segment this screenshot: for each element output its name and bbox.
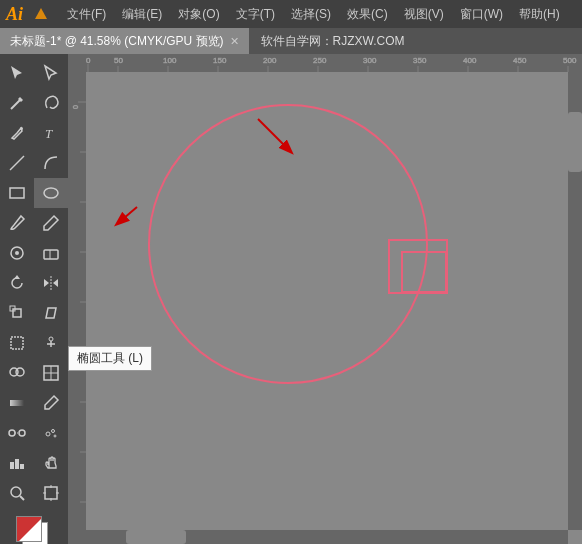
shear-tool[interactable] xyxy=(34,298,68,328)
tab-title: 未标题-1* @ 41.58% (CMYK/GPU 预览) xyxy=(10,33,224,50)
tool-group-blend xyxy=(0,418,68,448)
direct-select-tool[interactable] xyxy=(34,58,68,88)
type-tool[interactable]: T xyxy=(34,118,68,148)
select-tool[interactable] xyxy=(0,58,34,88)
tool-group-zoom xyxy=(0,478,68,508)
svg-text:0: 0 xyxy=(72,105,79,109)
blob-brush-tool[interactable] xyxy=(0,238,34,268)
arc-tool[interactable] xyxy=(34,148,68,178)
svg-text:T: T xyxy=(45,126,53,141)
svg-rect-62 xyxy=(68,72,86,544)
hand-tool[interactable] xyxy=(34,448,68,478)
puppet-warp-tool[interactable] xyxy=(34,328,68,358)
svg-rect-30 xyxy=(15,459,19,469)
svg-point-28 xyxy=(54,435,56,437)
paintbrush-tool[interactable] xyxy=(0,208,34,238)
scale-tool[interactable] xyxy=(0,298,34,328)
svg-rect-29 xyxy=(10,462,14,469)
blend-tool[interactable] xyxy=(0,418,34,448)
svg-marker-11 xyxy=(14,275,20,279)
menu-window[interactable]: 窗口(W) xyxy=(452,4,511,25)
pencil-tool[interactable] xyxy=(34,208,68,238)
tool-group-shape-builder xyxy=(0,358,68,388)
svg-line-1 xyxy=(11,100,20,109)
foreground-color-swatch[interactable] xyxy=(16,516,42,542)
tab-close-button[interactable]: ✕ xyxy=(230,35,239,48)
color-swatch-area xyxy=(12,514,56,544)
svg-text:300: 300 xyxy=(363,56,377,65)
lasso-tool[interactable] xyxy=(34,88,68,118)
svg-rect-13 xyxy=(13,309,21,317)
ruler-top: 0 50 100 150 200 250 300 350 400 450 500 xyxy=(68,54,582,72)
tool-group-graph xyxy=(0,448,68,478)
canvas-area[interactable]: 0 50 100 150 200 250 300 350 400 450 500 xyxy=(68,54,582,544)
gradient-tool[interactable] xyxy=(0,388,34,418)
menu-edit[interactable]: 编辑(E) xyxy=(114,4,170,25)
tool-group-transform xyxy=(0,268,68,298)
arrow-indicator-2 xyxy=(112,202,142,235)
svg-text:200: 200 xyxy=(263,56,277,65)
arrow-indicator-1 xyxy=(253,114,303,167)
scrollbar-bottom[interactable] xyxy=(86,530,568,544)
svg-text:100: 100 xyxy=(163,56,177,65)
svg-text:50: 50 xyxy=(114,56,123,65)
svg-text:450: 450 xyxy=(513,56,527,65)
eraser-tool[interactable] xyxy=(34,238,68,268)
zoom-tool[interactable] xyxy=(0,478,34,508)
symbol-sprayer-tool[interactable] xyxy=(34,418,68,448)
tool-group-scale xyxy=(0,298,68,328)
tool-group-shape: 椭圆工具 (L) xyxy=(0,178,68,208)
menu-type[interactable]: 文字(T) xyxy=(228,4,283,25)
svg-text:500: 500 xyxy=(563,56,577,65)
artboard-tool[interactable] xyxy=(34,478,68,508)
tool-group-brush xyxy=(0,208,68,238)
svg-text:150: 150 xyxy=(213,56,227,65)
shape-builder-tool[interactable] xyxy=(0,358,34,388)
ellipse-tool[interactable] xyxy=(34,178,68,208)
watermark-text: 软件自学网：RJZXW.COM xyxy=(261,33,405,50)
menu-view[interactable]: 视图(V) xyxy=(396,4,452,25)
menu-effect[interactable]: 效果(C) xyxy=(339,4,396,25)
menu-object[interactable]: 对象(O) xyxy=(170,4,227,25)
menu-select[interactable]: 选择(S) xyxy=(283,4,339,25)
tab-active[interactable]: 未标题-1* @ 41.58% (CMYK/GPU 预览) ✕ xyxy=(0,28,249,54)
pen-tool[interactable] xyxy=(0,118,34,148)
svg-point-16 xyxy=(49,337,53,341)
svg-point-23 xyxy=(9,430,15,436)
menu-file[interactable]: 文件(F) xyxy=(59,4,114,25)
magic-wand-tool[interactable] xyxy=(0,88,34,118)
eyedropper-tool[interactable] xyxy=(34,388,68,418)
svg-rect-15 xyxy=(11,337,23,349)
menu-help[interactable]: 帮助(H) xyxy=(511,4,568,25)
svg-point-2 xyxy=(20,127,23,130)
svg-text:350: 350 xyxy=(413,56,427,65)
column-graph-tool[interactable] xyxy=(0,448,34,478)
ruler-left: 0 xyxy=(68,72,86,544)
svg-point-27 xyxy=(52,430,55,433)
tool-group-line xyxy=(0,148,68,178)
svg-point-20 xyxy=(16,368,24,376)
line-tool[interactable] xyxy=(0,148,34,178)
scrollbar-right[interactable] xyxy=(568,72,582,530)
rect-tool[interactable] xyxy=(0,178,34,208)
svg-point-8 xyxy=(15,251,19,255)
menu-icon xyxy=(31,4,51,24)
svg-point-26 xyxy=(46,432,50,436)
svg-point-24 xyxy=(19,430,25,436)
live-paint-tool[interactable] xyxy=(34,358,68,388)
tool-group-gradient xyxy=(0,388,68,418)
svg-rect-9 xyxy=(44,250,58,259)
free-transform-tool[interactable] xyxy=(0,328,34,358)
svg-point-6 xyxy=(44,188,58,198)
tool-group-free xyxy=(0,328,68,358)
tool-group-magic xyxy=(0,88,68,118)
svg-line-76 xyxy=(117,207,137,224)
svg-line-74 xyxy=(258,119,291,152)
tool-group-eraser xyxy=(0,238,68,268)
menu-bar: Ai 文件(F) 编辑(E) 对象(O) 文字(T) 选择(S) 效果(C) 视… xyxy=(0,0,582,28)
svg-text:0: 0 xyxy=(86,56,91,65)
svg-point-32 xyxy=(11,487,21,497)
tab-watermark[interactable]: 软件自学网：RJZXW.COM xyxy=(249,28,417,54)
reflect-tool[interactable] xyxy=(34,268,68,298)
rotate-tool[interactable] xyxy=(0,268,34,298)
